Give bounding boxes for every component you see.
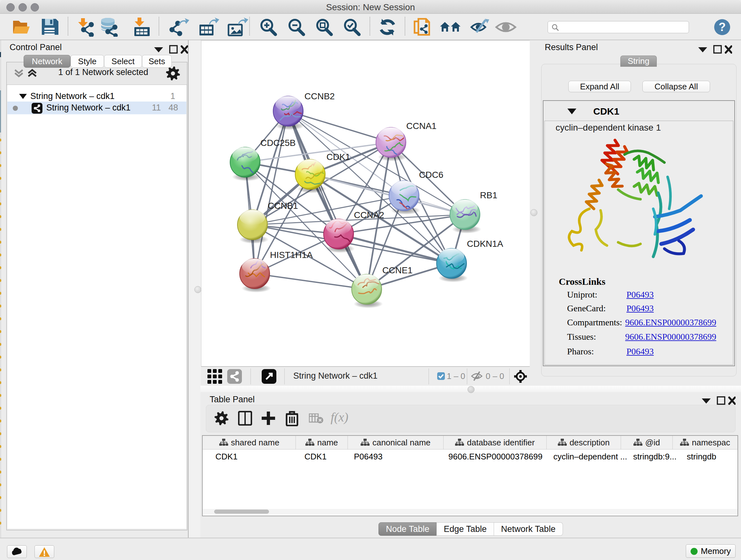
svg-text:CCNA2: CCNA2 [354,210,384,220]
svg-text:?: ? [719,20,726,34]
svg-text:CDK1: CDK1 [327,152,350,162]
svg-text:HIST1H1A: HIST1H1A [270,250,313,260]
svg-text:CCNA1: CCNA1 [406,121,436,131]
svg-text:CCNB2: CCNB2 [305,91,335,101]
svg-text:CDC6: CDC6 [419,170,443,180]
svg-text:CDKN1A: CDKN1A [467,239,503,249]
svg-text:RB1: RB1 [480,190,497,200]
svg-text:CDC25B: CDC25B [260,138,295,148]
svg-text:CCNE1: CCNE1 [382,265,413,275]
svg-text:CCNB1: CCNB1 [268,201,298,211]
